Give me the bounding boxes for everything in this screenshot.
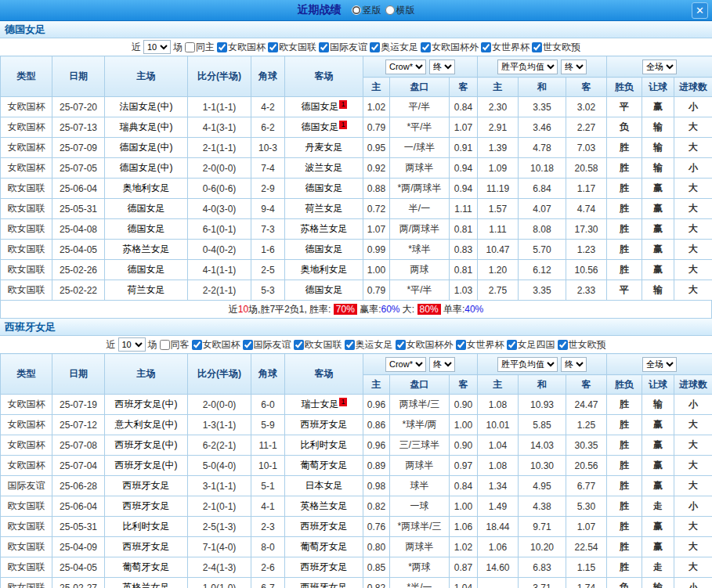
league-filter-checkbox[interactable]: 女欧国杯 (217, 41, 266, 54)
league-filter-input[interactable] (217, 42, 227, 52)
asian-odds-group: Crow*终 (363, 354, 478, 375)
col-asian-home: 主 (363, 375, 390, 395)
league-filter-checkbox[interactable]: 国际友谊 (319, 41, 367, 54)
league-filter-input[interactable] (345, 340, 355, 350)
league-filter-input[interactable] (481, 42, 491, 52)
league-filter-input[interactable] (268, 42, 278, 52)
scope-select[interactable]: 全场 (642, 60, 677, 74)
avg-odds-select[interactable]: 胜平负均值 (497, 60, 558, 74)
league-filter-checkbox[interactable]: 奥运女足 (370, 41, 418, 54)
away-team: 奥地利女足 (301, 264, 348, 275)
match-row: 欧女国联 25-04-09 西班牙女足 7-1(4-0) 8-0 葡萄牙女足 0… (1, 537, 712, 557)
home-team-cell: 瑞典女足(中) (105, 117, 188, 138)
summary-part: 单率: (441, 303, 465, 316)
win-odds-cell: 10.01 (478, 415, 519, 435)
away-team-cell: 德国女足 (285, 280, 363, 301)
corners-cell: 9-4 (251, 199, 285, 219)
asian-away-odds-cell: 0.90 (450, 395, 478, 415)
match-row: 女欧国杯 25-07-19 西班牙女足(中) 2-0(0-0) 6-0 瑞士女足… (1, 395, 712, 415)
date-cell: 25-07-09 (52, 138, 105, 158)
league-filter-input[interactable] (558, 340, 568, 350)
league-filter-input[interactable] (294, 340, 304, 350)
league-filter-input[interactable] (319, 42, 329, 52)
league-filter-input[interactable] (370, 42, 380, 52)
handicap-result-cell: 走 (642, 557, 674, 578)
score-cell: 2-5(1-3) (188, 517, 251, 537)
league-filter-checkbox[interactable]: 女世界杯 (481, 41, 529, 54)
league-filter-checkbox[interactable]: 女世界杯 (456, 338, 504, 352)
league-filter-checkbox[interactable]: 女足四国 (507, 338, 555, 352)
league-filter-checkbox[interactable]: 世女欧预 (532, 41, 580, 54)
away-team: 葡萄牙女足 (301, 541, 348, 552)
avg-stage-select[interactable]: 终 (561, 357, 587, 372)
league-cell: 女欧国杯 (1, 117, 52, 138)
avg-odds-select[interactable]: 胜平负均值 (497, 357, 558, 372)
league-cell: 欧女国联 (1, 199, 52, 219)
recent-count-select[interactable]: 10 (143, 40, 171, 54)
league-filter-checkbox[interactable]: 世女欧预 (558, 338, 606, 352)
away-team-cell: 奥地利女足 (285, 260, 363, 280)
asian-home-odds-cell: 0.72 (363, 199, 390, 219)
odds-stage-select[interactable]: 终 (429, 357, 455, 372)
goals-result-cell: 大 (674, 179, 712, 199)
league-filter-checkbox[interactable]: 女欧国杯外 (421, 41, 479, 54)
league-cell: 欧女国联 (1, 578, 52, 588)
matches-label: 场 (173, 41, 183, 54)
league-filter-checkbox[interactable]: 国际友谊 (243, 338, 291, 352)
date-cell: 25-07-19 (52, 395, 105, 415)
asian-home-odds-cell: 0.92 (363, 158, 390, 179)
result-cell: 平 (607, 280, 642, 301)
col-lose: 客 (566, 375, 607, 395)
result-cell: 胜 (607, 260, 642, 280)
handicap-cell: 两球半 (390, 456, 450, 476)
home-team-cell: 德国女足 (105, 219, 188, 240)
win-odds-cell: 2.91 (478, 117, 519, 138)
horizontal-layout-radio[interactable] (385, 5, 395, 15)
league-filter-input[interactable] (396, 340, 406, 350)
odds-stage-select[interactable]: 终 (429, 60, 455, 74)
scope-select[interactable]: 全场 (642, 357, 677, 372)
asian-home-odds-cell: 0.79 (363, 280, 390, 301)
away-team: 德国女足 (305, 243, 343, 254)
asian-home-odds-cell: 0.98 (363, 476, 390, 496)
corners-cell: 2-9 (251, 179, 285, 199)
league-filter-checkbox[interactable]: 奥运女足 (345, 338, 393, 352)
league-filter-checkbox[interactable]: 女欧国杯 (192, 338, 240, 352)
same-venue-input[interactable] (160, 340, 170, 350)
home-team: 西班牙女足 (123, 541, 170, 552)
date-cell: 25-06-04 (52, 179, 105, 199)
league-filter-input[interactable] (243, 340, 253, 350)
same-venue-checkbox[interactable]: 同客 (160, 338, 190, 352)
away-team-cell: 德国女足1 (285, 117, 363, 138)
win-odds-cell: 1.06 (478, 537, 519, 557)
col-result: 胜负 (607, 78, 642, 97)
lose-odds-cell: 24.47 (566, 395, 607, 415)
league-filter-input[interactable] (192, 340, 202, 350)
league-filter-input[interactable] (507, 340, 517, 350)
recent-count-select[interactable]: 10 (118, 337, 146, 352)
handicap-cell: *平/半 (390, 117, 450, 138)
layout-option-vertical[interactable]: 竖版 (352, 4, 381, 17)
league-filter-input[interactable] (456, 340, 466, 350)
avg-odds-group: 胜平负均值终 (478, 354, 607, 375)
odds-source-select[interactable]: Crow* (385, 357, 426, 372)
same-venue-checkbox[interactable]: 同主 (185, 41, 215, 54)
league-filter-input[interactable] (421, 42, 431, 52)
league-filter-input[interactable] (532, 42, 542, 52)
same-venue-input[interactable] (185, 42, 195, 52)
league-filter-checkbox[interactable]: 欧女国联 (268, 41, 316, 54)
away-team: 苏格兰女足 (301, 223, 348, 234)
date-cell: 25-06-28 (52, 476, 105, 496)
league-filter-checkbox[interactable]: 女欧国杯外 (396, 338, 454, 352)
vertical-layout-radio[interactable] (352, 5, 361, 15)
close-button[interactable]: ✕ (692, 2, 708, 19)
draw-odds-cell: 5.70 (519, 240, 566, 260)
odds-source-select[interactable]: Crow* (385, 60, 426, 74)
score-cell: 1-1(1-1) (188, 97, 251, 117)
match-row: 女欧国杯 25-07-20 法国女足(中) 1-1(1-1) 4-2 德国女足1… (1, 97, 712, 117)
league-filter-label: 女欧国杯 (203, 338, 240, 352)
layout-option-horizontal[interactable]: 横版 (385, 4, 415, 17)
match-row: 女欧国杯 25-07-09 德国女足(中) 2-1(1-1) 10-3 丹麦女足… (1, 138, 712, 158)
league-filter-checkbox[interactable]: 欧女国联 (294, 338, 342, 352)
avg-stage-select[interactable]: 终 (561, 60, 587, 74)
